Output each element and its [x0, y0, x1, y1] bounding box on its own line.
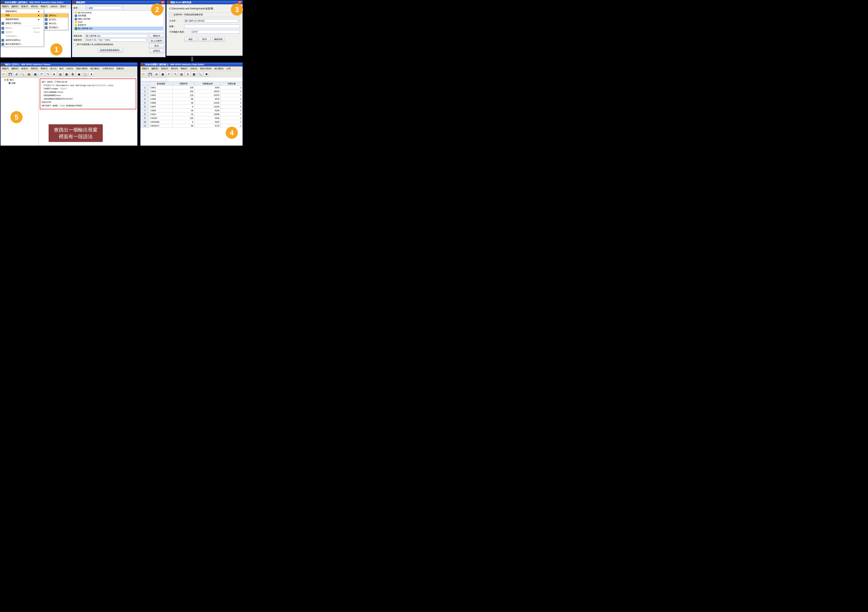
- cell[interactable]: 2: [221, 86, 243, 90]
- submenu-item[interactable]: 語法(S)...: [44, 17, 68, 22]
- cell[interactable]: CM100: [149, 116, 172, 120]
- submenu-item[interactable]: 資料(A)...: [44, 14, 68, 17]
- row-header[interactable]: 11: [141, 124, 149, 128]
- cell[interactable]: 10598: [194, 113, 221, 116]
- cell[interactable]: 3: [221, 97, 243, 101]
- column-header[interactable]: 消費頻率: [172, 82, 194, 86]
- file-item[interactable]: My Documents: [74, 11, 163, 14]
- readnames-checkbox[interactable]: ✓: [170, 14, 172, 16]
- file-item[interactable]: Scan: [74, 21, 163, 23]
- help-button[interactable]: 輔助說明: [212, 37, 225, 42]
- menu-item[interactable]: 編輯(E): [11, 67, 19, 70]
- menu-item[interactable]: 檢視(V): [20, 67, 29, 70]
- cell[interactable]: 22335: [194, 105, 221, 108]
- menu-item[interactable]: 轉換(T): [40, 67, 48, 70]
- row-header[interactable]: 7: [141, 108, 149, 113]
- sort-icon[interactable]: ▤: [179, 72, 184, 76]
- table-icon[interactable]: ▤: [57, 72, 63, 76]
- cell[interactable]: CM01: [149, 86, 172, 90]
- cell[interactable]: 36: [172, 101, 194, 105]
- column-header[interactable]: 會員編號: [149, 82, 172, 86]
- row-header[interactable]: 3: [141, 93, 149, 97]
- menu-item[interactable]: 資料(D): [170, 67, 179, 70]
- cell[interactable]: 2: [221, 116, 243, 120]
- insert-var-icon[interactable]: ▦: [191, 72, 197, 76]
- row-header[interactable]: 2: [141, 90, 149, 93]
- cell[interactable]: 96: [172, 97, 194, 101]
- print-icon[interactable]: 🖨: [14, 72, 19, 76]
- cell[interactable]: 126: [172, 93, 194, 97]
- cell[interactable]: CM10: [149, 113, 172, 116]
- menu-item[interactable]: 統計圖(G): [90, 67, 100, 70]
- cell[interactable]: 6: [172, 120, 194, 124]
- export-icon[interactable]: 📤: [26, 72, 32, 76]
- help-button[interactable]: 說明(H): [149, 49, 164, 53]
- row-header[interactable]: 1: [141, 86, 149, 90]
- paste-button[interactable]: 貼上之後(P): [149, 39, 164, 43]
- file-list[interactable]: My Documents我的電腦網路上的芳鄰Scan新資料夾匯入資料庫.xlsx: [73, 11, 164, 33]
- cell[interactable]: 3: [221, 93, 243, 97]
- menu-item[interactable]: 直效行銷(M): [199, 67, 212, 70]
- row-header[interactable]: 10: [141, 120, 149, 124]
- row-header[interactable]: 8: [141, 113, 149, 116]
- redo-icon[interactable]: ↷: [172, 72, 178, 76]
- circle-icon[interactable]: ●: [89, 72, 94, 76]
- worksheet-combo[interactable]: 匯入資料 [A1:D8234]▼: [184, 19, 240, 23]
- menu-item[interactable]: 轉換(T): [40, 5, 48, 8]
- menu-item[interactable]: 檢視(V): [160, 67, 169, 70]
- file-item[interactable]: 網路上的芳鄰: [74, 17, 163, 21]
- row-header[interactable]: 9: [141, 116, 149, 120]
- open-icon[interactable]: 📂: [141, 72, 147, 76]
- column-header[interactable]: 消費總金額: [194, 82, 221, 86]
- menu-item[interactable]: 檔案(F): [141, 67, 149, 70]
- close-button[interactable]: ×: [161, 1, 164, 4]
- menu-item[interactable]: 統計圖(G): [214, 67, 224, 70]
- submenu-item[interactable]: 輸出(O)...: [44, 22, 68, 25]
- cell[interactable]: 3: [221, 120, 243, 124]
- cell[interactable]: 14326: [194, 101, 221, 105]
- menu-item[interactable]: 格式: [59, 67, 64, 70]
- cell[interactable]: 6: [172, 105, 194, 108]
- menu-item[interactable]: 公用程式(U): [102, 67, 114, 70]
- filetype-combo[interactable]: Excel (*.xls, *.xlsx, *.xlsm)▼: [85, 38, 148, 42]
- chart-icon[interactable]: ▦: [64, 72, 69, 76]
- cell[interactable]: 105: [172, 116, 194, 120]
- file-menu-dropdown[interactable]: 開啟新檔(N)▶開啟▶開啟資料庫(B)▶讀取文字資料(D)...關閉(C)Ctr…: [0, 9, 44, 47]
- cell[interactable]: 5625: [194, 120, 221, 124]
- menu-item[interactable]: 檢視(V): [20, 5, 29, 8]
- file-item[interactable]: 新資料夾: [74, 23, 163, 27]
- cell[interactable]: CM10017: [149, 124, 172, 128]
- menu-item[interactable]: 編輯(E): [11, 5, 19, 8]
- cell[interactable]: CM09: [149, 108, 172, 113]
- goto-icon[interactable]: ▦: [33, 72, 38, 76]
- panel5-toolbar[interactable]: 📂 💾 🖨 🔍 📤 ▦ ↶ ↷ ★ ▤ ▦ ➕ ▣ ◯ ●: [0, 71, 137, 77]
- select-icon[interactable]: ▣: [76, 72, 82, 76]
- insert-icon[interactable]: ➕: [70, 72, 76, 76]
- minimize-checkbox[interactable]: [73, 43, 76, 46]
- cell[interactable]: 8: [221, 113, 243, 116]
- menu-item[interactable]: 轉換(T): [180, 67, 188, 70]
- cell[interactable]: 6720: [194, 124, 221, 128]
- panel4-toolbar[interactable]: 📂 💾 🖨 ▦ ↶ ↷ ▤ ⬇ ▦ 🔍 ✱: [140, 71, 243, 77]
- cell[interactable]: 46: [172, 108, 194, 113]
- menu-item[interactable]: 分析(A): [189, 67, 198, 70]
- panel4-menubar[interactable]: 檔案(F)編輯(E)檢視(V)資料(D)轉換(T)分析(A)直效行銷(M)統計圖…: [140, 67, 243, 71]
- range-input[interactable]: [184, 25, 240, 28]
- cell[interactable]: 18252: [194, 90, 221, 93]
- redo-icon[interactable]: ↷: [45, 72, 51, 76]
- cell[interactable]: 106: [172, 86, 194, 90]
- tree-root[interactable]: ⊟ 📙 輸出: [2, 78, 38, 82]
- cancel-button[interactable]: 取消: [149, 44, 164, 48]
- cell[interactable]: CM07: [149, 105, 172, 108]
- cell[interactable]: 3: [221, 90, 243, 93]
- find-icon[interactable]: 🔍: [197, 72, 203, 76]
- row-header[interactable]: 5: [141, 101, 149, 105]
- cell[interactable]: CM03: [149, 93, 172, 97]
- menu-item[interactable]: 開啟新檔(N)▶: [1, 9, 44, 13]
- cell[interactable]: CM06: [149, 101, 172, 105]
- lookin-combo[interactable]: 🖵 桌面▼: [85, 6, 123, 10]
- row-header[interactable]: 4: [141, 97, 149, 101]
- ok-button[interactable]: 確定: [184, 37, 197, 42]
- insert-case-icon[interactable]: ⬇: [185, 72, 191, 76]
- cell[interactable]: 5546: [194, 116, 221, 120]
